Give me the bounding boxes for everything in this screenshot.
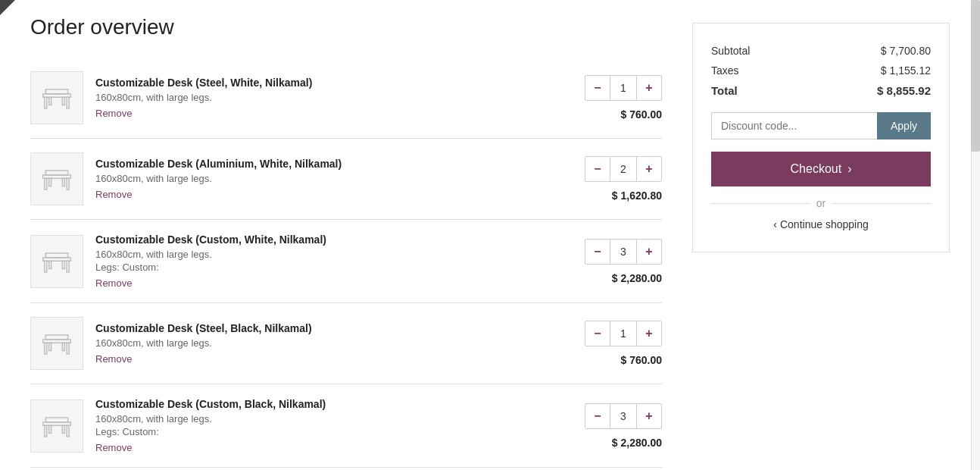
svg-rect-10	[62, 178, 64, 186]
item-desc1-2: 160x80cm, with large legs.	[95, 173, 573, 184]
qty-decrease-1[interactable]: −	[585, 76, 610, 100]
qty-increase-5[interactable]: +	[637, 404, 661, 428]
svg-rect-2	[67, 97, 69, 108]
svg-rect-11	[45, 171, 67, 175]
qty-increase-4[interactable]: +	[637, 321, 661, 346]
checkout-button[interactable]: Checkout ›	[711, 152, 931, 186]
desk-icon	[40, 162, 73, 196]
svg-rect-4	[62, 97, 64, 105]
qty-control-2: − 2 +	[585, 156, 662, 182]
subtotal-row: Subtotal $ 7,700.80	[711, 45, 931, 57]
scrollbar[interactable]	[971, 0, 980, 470]
svg-rect-28	[62, 425, 64, 433]
item-image-5	[30, 400, 83, 453]
order-item-5: Customizable Desk (Custom, Black, Nilkam…	[30, 384, 662, 468]
apply-button[interactable]: Apply	[877, 112, 931, 139]
discount-input[interactable]	[711, 112, 877, 139]
order-item-1: Customizable Desk (Steel, White, Nilkama…	[30, 58, 662, 139]
qty-value-1: 1	[610, 76, 637, 100]
qty-increase-1[interactable]: +	[637, 76, 661, 100]
taxes-row: Taxes $ 1,155.12	[711, 64, 931, 77]
checkout-arrow-icon: ›	[847, 162, 851, 176]
item-details-4: Customizable Desk (Steel, Black, Nilkama…	[95, 322, 573, 365]
svg-rect-15	[49, 261, 51, 268]
item-qty-price-5: − 3 + $ 2,280.00	[585, 403, 662, 449]
qty-increase-2[interactable]: +	[637, 157, 661, 181]
left-panel: Order overview Customizable Desk (Steel,…	[30, 15, 662, 468]
item-image-3	[30, 235, 83, 288]
items-container: Customizable Desk (Steel, White, Nilkama…	[30, 58, 662, 468]
qty-increase-3[interactable]: +	[637, 240, 661, 264]
qty-control-1: − 1 +	[585, 75, 662, 101]
remove-link-5[interactable]: Remove	[95, 442, 132, 453]
item-price-1: $ 760.00	[621, 108, 663, 121]
svg-rect-1	[45, 97, 47, 108]
qty-control-5: − 3 +	[585, 403, 662, 429]
svg-rect-25	[45, 425, 47, 437]
item-details-1: Customizable Desk (Steel, White, Nilkama…	[95, 77, 573, 119]
total-label: Total	[711, 84, 738, 97]
svg-rect-22	[62, 343, 64, 350]
svg-rect-7	[45, 178, 47, 190]
item-details-2: Customizable Desk (Aluminium, White, Nil…	[95, 158, 573, 200]
qty-value-2: 2	[610, 157, 637, 181]
remove-link-3[interactable]: Remove	[95, 277, 132, 289]
svg-rect-20	[67, 343, 69, 354]
item-desc2-5: Legs: Custom:	[95, 426, 573, 437]
item-name-2: Customizable Desk (Aluminium, White, Nil…	[95, 158, 573, 170]
taxes-label: Taxes	[711, 64, 739, 77]
item-desc1-3: 160x80cm, with large legs.	[95, 249, 573, 260]
item-desc1-1: 160x80cm, with large legs.	[95, 92, 573, 103]
item-desc2-3: Legs: Custom:	[95, 262, 573, 273]
qty-value-4: 1	[610, 321, 637, 346]
item-name-5: Customizable Desk (Custom, Black, Nilkam…	[95, 398, 573, 410]
item-image-1	[30, 71, 83, 124]
item-price-5: $ 2,280.00	[612, 437, 662, 449]
item-details-5: Customizable Desk (Custom, Black, Nilkam…	[95, 398, 573, 453]
item-price-3: $ 2,280.00	[612, 272, 662, 284]
checkout-label: Checkout	[791, 162, 842, 176]
item-details-3: Customizable Desk (Custom, White, Nilkam…	[95, 233, 573, 289]
desk-icon	[40, 245, 73, 278]
svg-rect-3	[49, 97, 51, 105]
svg-rect-17	[45, 253, 67, 258]
chevron-left-icon: ‹	[773, 218, 777, 230]
qty-decrease-5[interactable]: −	[585, 404, 610, 428]
qty-decrease-4[interactable]: −	[585, 321, 610, 346]
qty-control-4: − 1 +	[585, 321, 662, 346]
right-panel: Subtotal $ 7,700.80 Taxes $ 1,155.12 Tot…	[692, 15, 950, 468]
svg-rect-16	[62, 261, 64, 268]
qty-value-3: 3	[610, 240, 637, 264]
item-image-2	[30, 152, 83, 205]
item-qty-price-1: − 1 + $ 760.00	[585, 75, 662, 121]
item-image-4	[30, 317, 83, 370]
svg-rect-29	[45, 418, 67, 422]
item-desc1-5: 160x80cm, with large legs.	[95, 413, 573, 425]
remove-link-2[interactable]: Remove	[95, 189, 132, 200]
svg-rect-5	[45, 89, 67, 94]
item-name-3: Customizable Desk (Custom, White, Nilkam…	[95, 233, 573, 246]
remove-link-1[interactable]: Remove	[95, 108, 132, 119]
summary-box: Subtotal $ 7,700.80 Taxes $ 1,155.12 Tot…	[692, 23, 950, 252]
desk-icon	[40, 409, 73, 443]
qty-decrease-3[interactable]: −	[585, 240, 610, 264]
page-title: Order overview	[30, 15, 662, 39]
page-wrapper: Order overview Customizable Desk (Steel,…	[0, 0, 980, 470]
item-desc1-4: 160x80cm, with large legs.	[95, 337, 573, 349]
subtotal-label: Subtotal	[711, 45, 750, 57]
desk-icon	[40, 81, 73, 114]
continue-shopping-link[interactable]: ‹ Continue shopping	[711, 218, 931, 230]
item-qty-price-2: − 2 + $ 1,620.80	[585, 156, 662, 202]
item-name-1: Customizable Desk (Steel, White, Nilkama…	[95, 77, 573, 89]
or-label: or	[816, 197, 826, 209]
qty-decrease-2[interactable]: −	[585, 157, 610, 181]
continue-shopping-label: Continue shopping	[780, 218, 869, 230]
scrollbar-thumb[interactable]	[971, 0, 980, 152]
total-value: $ 8,855.92	[877, 84, 931, 97]
item-price-4: $ 760.00	[621, 354, 663, 366]
remove-link-4[interactable]: Remove	[95, 353, 132, 365]
qty-control-3: − 3 +	[585, 239, 662, 265]
item-price-2: $ 1,620.80	[612, 190, 662, 202]
desk-icon	[40, 327, 73, 360]
svg-rect-26	[67, 425, 69, 437]
